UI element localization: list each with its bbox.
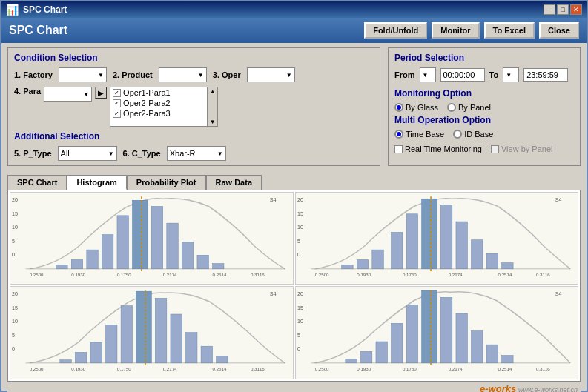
tab-histogram[interactable]: Histogram bbox=[67, 175, 126, 190]
maximize-button[interactable]: □ bbox=[557, 4, 569, 15]
close-button[interactable]: Close bbox=[539, 22, 579, 39]
from-date-dropdown[interactable]: ▼ bbox=[420, 67, 436, 82]
list-item[interactable]: ✓ Oper1-Para1 bbox=[110, 87, 207, 98]
by-panel-radio[interactable] bbox=[447, 103, 456, 112]
svg-rect-15 bbox=[213, 264, 224, 269]
svg-text:0.2514: 0.2514 bbox=[498, 272, 512, 277]
oper-dropdown[interactable]: ▼ bbox=[247, 67, 295, 82]
titlebar-close-button[interactable]: ✕ bbox=[570, 4, 582, 15]
svg-text:0.2514: 0.2514 bbox=[498, 366, 512, 371]
id-base-option[interactable]: ID Base bbox=[453, 130, 493, 139]
monitoring-radio-group: By Glass By Panel bbox=[394, 103, 574, 112]
svg-text:0.2514: 0.2514 bbox=[213, 272, 227, 277]
app-icon: 📊 bbox=[6, 4, 19, 16]
svg-rect-62 bbox=[171, 314, 182, 363]
list-item[interactable]: ✓ Oper2-Para3 bbox=[110, 108, 207, 119]
view-by-panel-checkbox[interactable] bbox=[491, 145, 499, 153]
svg-rect-61 bbox=[155, 299, 166, 363]
svg-text:S4: S4 bbox=[270, 291, 277, 298]
play-button[interactable]: ▶ bbox=[95, 87, 107, 99]
svg-rect-33 bbox=[391, 232, 402, 268]
tab-spc-chart[interactable]: SPC Chart bbox=[7, 175, 67, 190]
id-base-label: ID Base bbox=[464, 130, 493, 139]
chart-cell-3: 20 15 10 5 0 bbox=[10, 286, 294, 379]
svg-rect-5 bbox=[56, 265, 67, 269]
ptype-dropdown[interactable]: All ▼ bbox=[58, 146, 117, 161]
product-dropdown[interactable]: ▼ bbox=[159, 67, 207, 82]
realtime-checkbox[interactable] bbox=[394, 145, 403, 153]
time-base-label: Time Base bbox=[406, 130, 444, 139]
svg-rect-7 bbox=[87, 250, 98, 269]
svg-text:15: 15 bbox=[12, 305, 18, 311]
checkbox-oper2-para3[interactable]: ✓ bbox=[113, 110, 121, 118]
ctype-dropdown[interactable]: Xbar-R ▼ bbox=[167, 146, 226, 161]
to-excel-button[interactable]: To Excel bbox=[484, 22, 535, 39]
scroll-down[interactable]: ▼ bbox=[210, 119, 216, 126]
svg-text:0.1750: 0.1750 bbox=[117, 366, 131, 371]
realtime-label: Real Time Monitoring bbox=[405, 144, 482, 153]
para-dropdown[interactable]: ▼ bbox=[44, 87, 92, 102]
svg-text:5: 5 bbox=[297, 238, 300, 245]
monitor-button[interactable]: Monitor bbox=[432, 22, 479, 39]
svg-text:0.2174: 0.2174 bbox=[163, 272, 177, 277]
svg-text:0.3116: 0.3116 bbox=[535, 366, 549, 371]
main-content: Condition Selection 1. Factory ▼ 2. Prod… bbox=[1, 43, 587, 392]
to-date-dropdown[interactable]: ▼ bbox=[503, 67, 519, 82]
svg-rect-14 bbox=[197, 255, 208, 269]
scroll-up[interactable]: ▲ bbox=[210, 87, 216, 95]
checkbox-oper1-para1[interactable]: ✓ bbox=[113, 89, 121, 97]
svg-text:0.3116: 0.3116 bbox=[535, 272, 549, 277]
histogram-chart-1: 20 15 10 5 0 bbox=[10, 193, 293, 284]
view-by-panel-option[interactable]: View by Panel bbox=[491, 144, 553, 153]
svg-text:20: 20 bbox=[12, 196, 18, 203]
ctype-label: 6. C_Type bbox=[123, 149, 161, 158]
factory-dropdown[interactable]: ▼ bbox=[59, 67, 107, 82]
by-glass-option[interactable]: By Glass bbox=[394, 103, 438, 112]
svg-text:0.2514: 0.2514 bbox=[213, 366, 227, 371]
to-time-input[interactable] bbox=[523, 68, 568, 82]
svg-rect-89 bbox=[486, 345, 498, 364]
tab-raw-data[interactable]: Raw Data bbox=[206, 175, 262, 190]
id-base-radio[interactable] bbox=[453, 130, 462, 139]
svg-text:5: 5 bbox=[12, 332, 15, 339]
to-date-arrow: ▼ bbox=[506, 72, 512, 79]
svg-text:0.1750: 0.1750 bbox=[402, 272, 416, 277]
from-time-input[interactable] bbox=[440, 68, 485, 82]
ctype-arrow: ▼ bbox=[217, 150, 223, 157]
para-label: 4. Para bbox=[14, 87, 41, 96]
svg-text:0: 0 bbox=[297, 346, 300, 353]
svg-text:0: 0 bbox=[12, 251, 15, 258]
realtime-monitoring-option[interactable]: Real Time Monitoring bbox=[394, 144, 482, 153]
minimize-button[interactable]: ─ bbox=[544, 4, 555, 15]
oper-label: 3. Oper bbox=[213, 70, 241, 79]
time-base-radio[interactable] bbox=[394, 130, 403, 139]
svg-rect-60 bbox=[136, 292, 152, 364]
oper-arrow: ▼ bbox=[286, 72, 292, 79]
time-base-option[interactable]: Time Base bbox=[394, 130, 444, 139]
svg-rect-59 bbox=[121, 306, 132, 363]
by-glass-radio[interactable] bbox=[394, 103, 403, 112]
svg-rect-36 bbox=[440, 205, 452, 268]
svg-rect-57 bbox=[90, 342, 102, 363]
checkbox-oper2-para2[interactable]: ✓ bbox=[113, 99, 121, 107]
by-panel-option[interactable]: By Panel bbox=[447, 103, 491, 112]
svg-rect-39 bbox=[486, 253, 498, 269]
additional-selection-title: Additional Selection bbox=[14, 131, 374, 142]
list-item[interactable]: ✓ Oper2-Para2 bbox=[110, 98, 207, 108]
chart-area: 20 15 10 5 0 bbox=[7, 190, 581, 382]
listbox-scrollbar[interactable]: ▲ ▼ bbox=[207, 87, 217, 126]
svg-rect-38 bbox=[471, 240, 482, 269]
svg-text:0.2500: 0.2500 bbox=[30, 272, 44, 277]
svg-rect-35 bbox=[421, 199, 437, 269]
svg-text:0.3116: 0.3116 bbox=[251, 366, 265, 371]
product-arrow: ▼ bbox=[198, 72, 204, 79]
title-bar-controls: ─ □ ✕ bbox=[544, 4, 582, 15]
additional-selection-area: Additional Selection 5. P_Type All ▼ 6. … bbox=[14, 131, 374, 161]
tab-probability-plot[interactable]: Probability Plot bbox=[127, 175, 206, 190]
condition-selection-panel: Condition Selection 1. Factory ▼ 2. Prod… bbox=[7, 47, 380, 166]
fold-unfold-button[interactable]: Fold/Unfold bbox=[364, 22, 427, 39]
svg-rect-12 bbox=[167, 223, 178, 269]
multi-operation-title: Multi Operation Option bbox=[394, 115, 574, 125]
para-listbox[interactable]: ✓ Oper1-Para1 ✓ Oper2-Para2 ✓ Oper2-Para… bbox=[110, 87, 207, 126]
svg-rect-8 bbox=[102, 235, 113, 269]
